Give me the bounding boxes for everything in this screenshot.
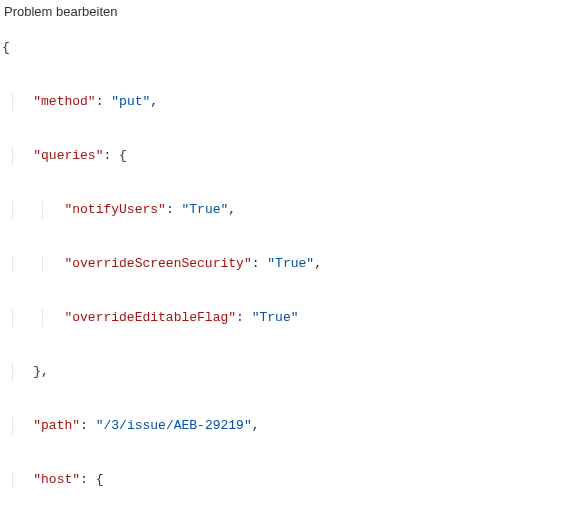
brace-close: } bbox=[33, 364, 41, 379]
json-code-block: { "method": "put", "queries": { "notifyU… bbox=[0, 21, 583, 515]
json-key-path: "path" bbox=[33, 418, 80, 433]
json-val-overrideeditableflag: "True" bbox=[252, 310, 299, 325]
json-key-notifyusers: "notifyUsers" bbox=[64, 202, 165, 217]
brace-open: { bbox=[2, 40, 10, 55]
json-key-host: "host" bbox=[33, 472, 80, 487]
json-val-overridescreensecurity: "True" bbox=[267, 256, 314, 271]
json-key-queries: "queries" bbox=[33, 148, 103, 163]
json-val-path: "/3/issue/AEB-29219" bbox=[96, 418, 252, 433]
json-key-overrideeditableflag: "overrideEditableFlag" bbox=[64, 310, 236, 325]
json-val-method: "put" bbox=[111, 94, 150, 109]
json-val-notifyusers: "True" bbox=[181, 202, 228, 217]
json-key-method: "method" bbox=[33, 94, 95, 109]
panel-title: Problem bearbeiten bbox=[0, 0, 583, 21]
json-key-overridescreensecurity: "overrideScreenSecurity" bbox=[64, 256, 251, 271]
